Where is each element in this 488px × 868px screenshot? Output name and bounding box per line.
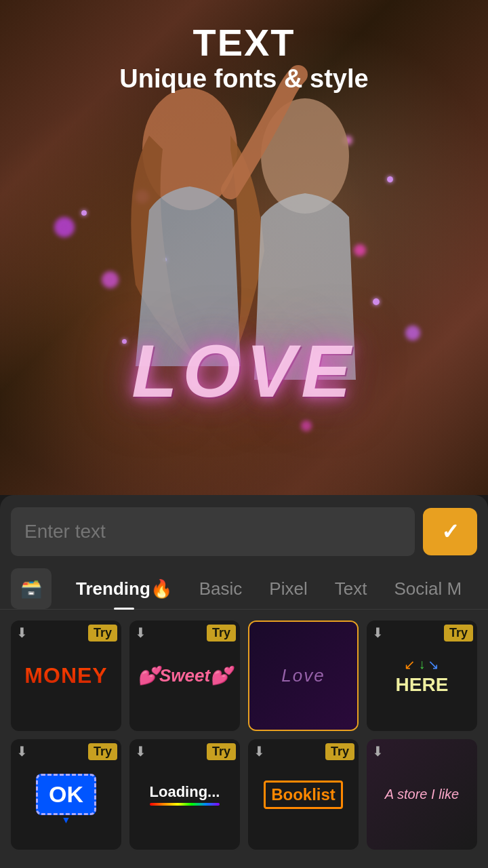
try-badge: Try xyxy=(325,743,354,760)
sticker-library-button[interactable]: 🗃️ xyxy=(11,568,52,609)
sticker-money[interactable]: MONEY ⬇ Try xyxy=(11,620,121,731)
sticker-love[interactable]: Love xyxy=(248,620,359,731)
sticker-loading[interactable]: Loading... ⬇ Try xyxy=(129,739,240,850)
love-sticker-text: Love xyxy=(281,665,325,686)
download-icon: ⬇ xyxy=(253,743,265,760)
loading-rainbow xyxy=(150,803,220,806)
bottom-panel: ✓ 🗃️ Trending🔥 Basic Pixel Text Social M… xyxy=(0,495,488,868)
try-badge: Try xyxy=(444,625,473,642)
store-text: A store I like xyxy=(385,787,459,802)
sticker-sweet[interactable]: 💕Sweet💕 ⬇ Try xyxy=(129,620,240,731)
hero-title: TEXT Unique fonts & style xyxy=(0,20,488,94)
app-subtitle: Unique fonts & style xyxy=(0,64,488,94)
download-icon: ⬇ xyxy=(135,625,146,641)
tab-pixel[interactable]: Pixel xyxy=(256,569,321,609)
download-icon: ⬇ xyxy=(135,743,146,760)
money-text: MONEY xyxy=(24,663,107,688)
sticker-here[interactable]: ↙ ↓ ↘ HERE ⬇ Try xyxy=(367,620,477,731)
tab-text[interactable]: Text xyxy=(321,569,381,609)
download-icon: ⬇ xyxy=(372,743,384,760)
check-icon: ✓ xyxy=(441,519,460,545)
sticker-ok[interactable]: OK ⬇ Try xyxy=(11,739,121,850)
arrow-icon: ↙ xyxy=(404,656,415,673)
tab-basic[interactable]: Basic xyxy=(186,569,256,609)
try-badge: Try xyxy=(207,743,236,760)
try-badge: Try xyxy=(207,625,236,642)
hero-section: TEXT Unique fonts & style LOVE xyxy=(0,0,488,495)
sticker-booklist[interactable]: Booklist ⬇ Try xyxy=(248,739,359,850)
here-text: HERE xyxy=(396,674,449,696)
ok-text: OK xyxy=(49,781,83,807)
sticker-store[interactable]: A store I like ⬇ xyxy=(367,739,477,850)
text-input[interactable] xyxy=(11,507,415,556)
input-row: ✓ xyxy=(0,495,488,568)
arrow-icon: ↘ xyxy=(428,656,439,673)
download-icon: ⬇ xyxy=(16,625,28,641)
sweet-text: 💕Sweet💕 xyxy=(138,665,232,686)
tab-social[interactable]: Social M xyxy=(380,569,475,609)
arrow-icon: ↓ xyxy=(418,656,425,673)
tab-trending[interactable]: Trending🔥 xyxy=(62,569,186,609)
sticker-icon: 🗃️ xyxy=(20,578,42,599)
download-icon: ⬇ xyxy=(372,625,384,641)
try-badge: Try xyxy=(88,625,117,642)
download-icon: ⬇ xyxy=(16,743,28,760)
love-overlay-text: LOVE xyxy=(131,328,357,414)
try-badge: Try xyxy=(88,743,117,760)
confirm-button[interactable]: ✓ xyxy=(423,508,477,555)
booklist-text: Booklist xyxy=(264,781,343,809)
tabs-row: 🗃️ Trending🔥 Basic Pixel Text Social M xyxy=(0,568,488,610)
app-title: TEXT xyxy=(0,20,488,64)
loading-text: Loading... xyxy=(150,783,220,801)
stickers-grid: MONEY ⬇ Try 💕Sweet💕 ⬇ Try Love ↙ xyxy=(0,610,488,861)
